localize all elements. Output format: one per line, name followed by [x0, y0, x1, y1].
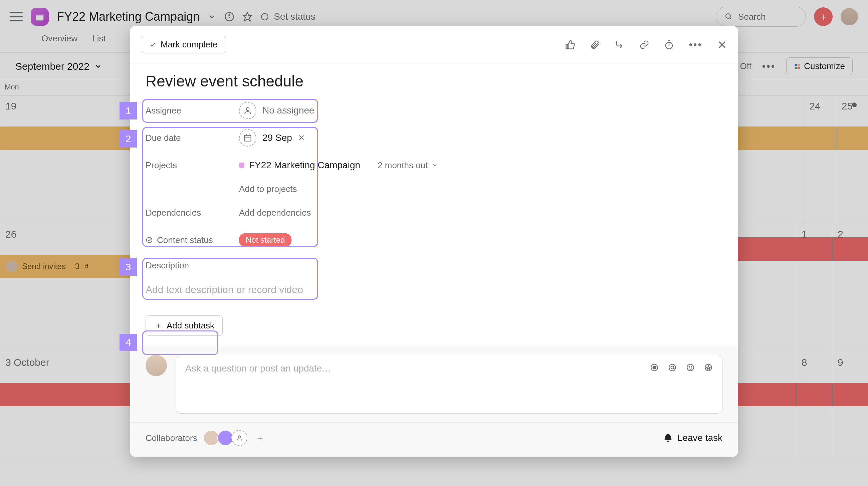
close-icon[interactable] [717, 40, 727, 50]
collaborator-avatar[interactable] [217, 430, 234, 446]
link-icon[interactable] [639, 40, 649, 50]
timer-icon[interactable] [664, 40, 674, 50]
comment-user-avatar [146, 355, 167, 376]
add-collaborator-icon[interactable] [231, 430, 247, 446]
collaborators-label: Collaborators [146, 433, 197, 443]
like-icon[interactable] [565, 40, 575, 50]
callout-highlight-4 [142, 330, 218, 355]
callout-marker-1: 1 [120, 102, 137, 120]
more-icon[interactable]: ••• [689, 39, 703, 51]
svg-point-29 [671, 366, 674, 369]
attachment-icon[interactable] [590, 40, 600, 50]
mark-complete-button[interactable]: Mark complete [141, 36, 226, 54]
collaborator-avatars [205, 430, 247, 446]
modal-header: Mark complete ••• [130, 26, 738, 63]
modal-footer: Collaborators ＋ Leave task [130, 422, 738, 457]
emoji-icon[interactable] [686, 363, 695, 372]
svg-point-35 [238, 435, 240, 438]
collaborator-avatar[interactable] [203, 430, 219, 446]
record-icon[interactable] [650, 363, 659, 372]
add-collaborator-plus-icon[interactable]: ＋ [255, 431, 265, 444]
mention-icon[interactable] [668, 363, 677, 372]
callout-marker-3: 3 [120, 258, 137, 276]
callout-marker-4: 4 [120, 334, 137, 351]
svg-point-27 [653, 366, 656, 369]
callout-marker-2: 2 [120, 130, 137, 148]
project-section-dropdown[interactable]: 2 months out [378, 160, 438, 170]
svg-marker-34 [706, 366, 710, 369]
plus-icon: ＋ [154, 320, 163, 331]
task-title[interactable]: Review event schedule [130, 63, 738, 97]
callout-highlight-3 [142, 258, 318, 300]
svg-point-31 [689, 366, 690, 367]
subtask-icon[interactable] [615, 40, 625, 50]
callout-highlight-2 [142, 127, 318, 247]
comment-placeholder: Ask a question or post an update… [185, 363, 331, 405]
comment-input[interactable]: Ask a question or post an update… [176, 355, 722, 414]
svg-point-32 [691, 366, 692, 367]
callout-highlight-1 [142, 99, 318, 123]
svg-point-28 [669, 364, 676, 371]
leave-task-button[interactable]: Leave task [663, 432, 722, 443]
comment-area: Ask a question or post an update… [130, 346, 738, 422]
appreciate-icon[interactable] [704, 363, 713, 372]
svg-point-30 [687, 364, 694, 371]
